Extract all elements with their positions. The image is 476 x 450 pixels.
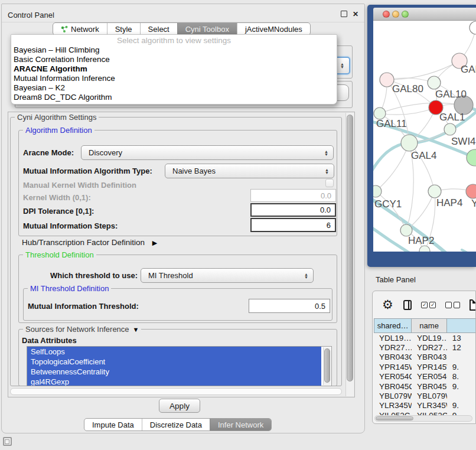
mi-threshold-field[interactable]: 0.5 bbox=[249, 299, 330, 313]
close-traffic-light-icon[interactable] bbox=[383, 11, 390, 18]
network-edge[interactable] bbox=[376, 143, 409, 191]
network-view-window[interactable]: GALGAL80GAL10GAL1GAL11SWI4GAL4GCY1HAP4YH… bbox=[367, 5, 476, 267]
network-node-hap4[interactable] bbox=[428, 185, 441, 198]
network-node-hap2[interactable] bbox=[400, 224, 412, 236]
which-threshold-combo[interactable]: MI Threshold ▲▼ bbox=[141, 268, 314, 283]
tab-infer-network[interactable]: Infer Network bbox=[210, 419, 271, 431]
table-row[interactable]: YDL19…YDL19…13 bbox=[374, 333, 476, 343]
zoom-traffic-light-icon[interactable] bbox=[402, 11, 409, 18]
network-node-y[interactable] bbox=[466, 184, 476, 198]
settings-vertical-scrollbar[interactable] bbox=[345, 113, 354, 396]
apply-button[interactable]: Apply bbox=[159, 399, 200, 413]
table-row[interactable]: YBR045CYBR045C9. bbox=[374, 381, 476, 391]
algorithm-option-basic-correlation-inference[interactable]: Basic Correlation Inference bbox=[11, 55, 337, 64]
network-edge-thick[interactable] bbox=[462, 250, 476, 252]
network-edge[interactable] bbox=[380, 107, 436, 115]
algorithm-option-dream8-dc-tdc-algorithm[interactable]: Dream8 DC_TDC Algorithm bbox=[11, 93, 337, 102]
spinner-arrows-icon: ▲▼ bbox=[304, 273, 308, 279]
table-row[interactable]: YDR27…YDR27…12 bbox=[374, 343, 476, 352]
tab-network[interactable]: Network bbox=[53, 23, 107, 35]
collapse-triangle-icon: ▼ bbox=[133, 326, 139, 333]
deselect-all-columns-icon[interactable] bbox=[445, 302, 460, 308]
tab-discretize-data[interactable]: Discretize Data bbox=[142, 419, 210, 431]
column-header-item[interactable] bbox=[447, 318, 476, 333]
table-panel: ⚙ ✓✓ shared…name YDL19…YDL19…13YDR27…YDR… bbox=[372, 291, 476, 424]
network-node-gcy1[interactable] bbox=[373, 185, 382, 197]
table-panel-title: Table Panel bbox=[376, 275, 416, 284]
mi-steps-field[interactable]: 6 bbox=[250, 218, 336, 232]
tab-style[interactable]: Style bbox=[107, 23, 140, 35]
node-label-gal: GAL bbox=[461, 64, 476, 75]
aracne-mode-value: Discovery bbox=[89, 148, 122, 157]
scrollbar-thumb[interactable] bbox=[376, 416, 413, 420]
dpi-tolerance-field[interactable]: 0.0 bbox=[250, 203, 336, 217]
tab-impute-data[interactable]: Impute Data bbox=[84, 419, 142, 431]
table-horizontal-scrollbar[interactable] bbox=[374, 415, 472, 422]
mi-threshold-title: MI Threshold Definition bbox=[28, 284, 111, 293]
node-label-hap2: HAP2 bbox=[408, 235, 434, 246]
split-table-icon[interactable] bbox=[403, 300, 412, 310]
aracne-mode-combo[interactable]: Discovery ▲▼ bbox=[81, 145, 334, 160]
network-node-gal11[interactable] bbox=[374, 107, 386, 119]
table-row[interactable]: YPR145WYPR145W9. bbox=[374, 362, 476, 371]
manual-kernel-checkbox[interactable] bbox=[325, 179, 334, 187]
network-edge[interactable] bbox=[387, 61, 459, 80]
table-cell: YDL19… bbox=[412, 333, 447, 343]
docked-panel-icon[interactable] bbox=[3, 437, 12, 446]
kernel-width-field[interactable]: 0.0 bbox=[250, 189, 336, 202]
tab-select[interactable]: Select bbox=[140, 23, 177, 35]
network-window-titlebar[interactable] bbox=[373, 8, 476, 21]
algorithm-option-bayesian-k2[interactable]: Bayesian – K2 bbox=[11, 83, 337, 93]
tab-cyni-toolbox[interactable]: Cyni Toolbox bbox=[177, 23, 237, 35]
algorithm-option-bayesian-hill-climbing[interactable]: Bayesian – Hill Climbing bbox=[11, 45, 337, 55]
data-attributes-label: Data Attributes bbox=[22, 336, 77, 345]
attributes-scrollbar[interactable] bbox=[323, 347, 331, 385]
tab-network-label: Network bbox=[71, 25, 99, 34]
sources-title-row[interactable]: Sources for Network Inference ▼ bbox=[23, 325, 141, 334]
network-node-swi4[interactable] bbox=[444, 123, 456, 135]
network-node[interactable] bbox=[467, 149, 476, 166]
spinner-arrows-icon: ▲▼ bbox=[325, 168, 329, 174]
attribute-item-selfloops[interactable]: SelfLoops bbox=[27, 347, 321, 357]
tab-jactivemnodules-label: jActiveMNodules bbox=[245, 25, 302, 34]
network-node[interactable] bbox=[419, 246, 430, 252]
data-attributes-list[interactable]: SelfLoopsTopologicalCoefficientBetweenne… bbox=[27, 346, 332, 386]
close-icon[interactable]: ✕ bbox=[353, 11, 360, 18]
select-all-columns-icon[interactable]: ✓✓ bbox=[421, 302, 436, 308]
table-row[interactable]: YBL079WYBL079W bbox=[374, 391, 476, 400]
settings-horizontal-scrollbar[interactable] bbox=[10, 388, 342, 395]
attribute-item-betweennesscentrality[interactable]: BetweennessCentrality bbox=[27, 367, 321, 377]
attribute-item-topologicalcoefficient[interactable]: TopologicalCoefficient bbox=[27, 357, 321, 367]
node-label-swi4: SWI4 bbox=[451, 136, 476, 147]
float-window-icon[interactable] bbox=[341, 11, 347, 17]
network-node[interactable] bbox=[470, 21, 476, 34]
table-row[interactable]: YBR043CYBR043C bbox=[374, 353, 476, 362]
table-cell: YBL079W bbox=[374, 391, 412, 400]
column-header-shared[interactable]: shared… bbox=[374, 318, 412, 333]
algorithm-popup: Select algorithm to view settings Bayesi… bbox=[11, 34, 337, 105]
scrollbar-thumb[interactable] bbox=[324, 348, 330, 383]
gear-icon[interactable]: ⚙ bbox=[382, 298, 393, 312]
column-header-name[interactable]: name bbox=[412, 318, 447, 333]
algorithm-option-aracne-algorithm[interactable]: ARACNE Algorithm bbox=[11, 64, 337, 74]
table-cell: YDR27… bbox=[412, 343, 447, 352]
table-row[interactable]: YER054CYER054C8. bbox=[374, 372, 476, 381]
table-cell: YDR27… bbox=[374, 343, 412, 352]
minimize-traffic-light-icon[interactable] bbox=[392, 11, 399, 18]
table-row[interactable]: YLR345WYLR345W9. bbox=[374, 401, 476, 410]
table-cell: YBR043C bbox=[412, 353, 447, 362]
network-canvas[interactable]: GALGAL80GAL10GAL1GAL11SWI4GAL4GCY1HAP4YH… bbox=[373, 21, 476, 252]
mi-type-combo[interactable]: Naive Bayes ▲▼ bbox=[165, 164, 334, 178]
network-node-gal10[interactable] bbox=[428, 76, 441, 89]
popup-placeholder: Select algorithm to view settings bbox=[11, 35, 337, 45]
tab-impute-data-label: Impute Data bbox=[92, 420, 134, 429]
node-label-gal10: GAL10 bbox=[435, 89, 467, 100]
scrollbar-thumb[interactable] bbox=[347, 115, 353, 381]
attribute-item-gal4rgexp[interactable]: gal4RGexp bbox=[27, 377, 321, 386]
network-node-gal4[interactable] bbox=[401, 135, 418, 151]
hub-expander[interactable]: Hub/Transcription Factor Definition ▶ bbox=[22, 238, 157, 247]
algorithm-option-mutual-information-inference[interactable]: Mutual Information Inference bbox=[11, 74, 337, 83]
tab-jactivemnodules[interactable]: jActiveMNodules bbox=[237, 23, 310, 35]
mi-steps-label: Mutual Information Steps: bbox=[23, 221, 118, 230]
export-table-icon[interactable] bbox=[470, 299, 476, 311]
